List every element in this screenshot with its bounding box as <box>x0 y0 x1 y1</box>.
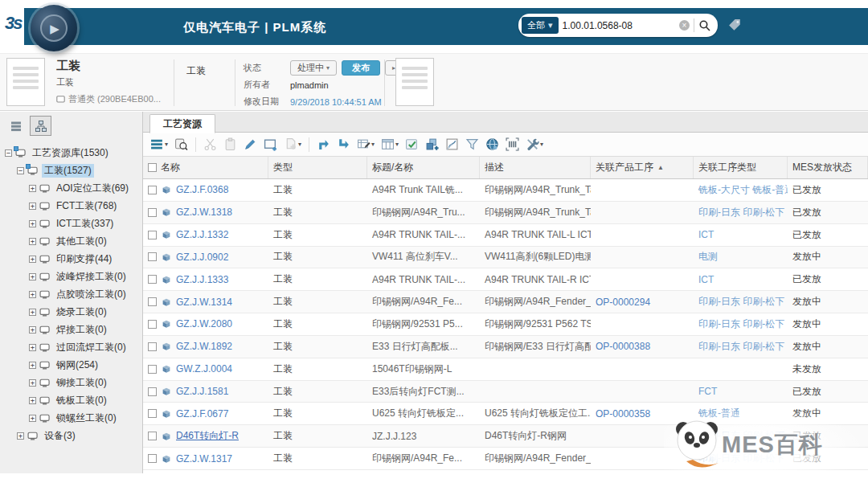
list-view-button[interactable] <box>5 116 27 136</box>
expand-icon[interactable]: + <box>29 256 36 263</box>
tree-item[interactable]: +焊接工装(0) <box>0 321 142 338</box>
column-header[interactable]: 类型 <box>268 157 367 178</box>
expand-icon[interactable]: + <box>29 185 36 192</box>
tree-item[interactable]: +点胶喷涂工装(0) <box>0 285 142 303</box>
table-row[interactable]: GZ.J.J.1332工装A94R TRUNK TAIL-...A94R TRU… <box>143 224 868 247</box>
operation-type-link[interactable]: ICT <box>698 229 714 240</box>
row-checkbox[interactable] <box>148 231 157 239</box>
table-row[interactable]: GZ.J.J.1581工装E33后转向灯FCT测...FCT已发放 <box>143 381 868 403</box>
row-checkbox[interactable] <box>148 252 157 261</box>
row-checkbox[interactable] <box>148 342 157 351</box>
promote-icon[interactable] <box>314 135 333 154</box>
operation-type-link[interactable]: 印刷-日东 印刷-松下 <box>698 207 784 218</box>
name-link[interactable]: GZ.J.J.1581 <box>176 386 228 397</box>
table-row[interactable]: GZ.J.J.1333工装A94R TRUNK TAIL-...A94R TRU… <box>143 268 868 291</box>
table-row[interactable]: GZ.J.F.0677工装U625 转向灯铣板定...U625 转向灯铣板定位工… <box>143 403 868 425</box>
operation-type-link[interactable]: 电测 <box>698 251 718 262</box>
menu-icon[interactable]: ▾ <box>148 135 170 154</box>
table-row[interactable]: GZ.J.J.0902工装VW411 高位刹车V...VW411高刹(6颗LED… <box>143 247 868 269</box>
column-header[interactable]: MES发放状态 <box>788 157 868 178</box>
table-row[interactable]: GZ.J.W.1892工装E33 日行灯高配板...印锡钢网/E33 日行灯高配… <box>143 336 868 358</box>
tree-item-label[interactable]: FCT工装(768) <box>54 199 119 213</box>
tree-item[interactable]: +波峰焊接工装(0) <box>0 268 142 285</box>
operation-type-link[interactable]: 铣板-大尺寸 铣板-普通 <box>698 184 788 195</box>
tree-item-label[interactable]: 锁螺丝工装(0) <box>54 411 119 425</box>
name-link[interactable]: GZ.J.J.1332 <box>176 229 228 240</box>
collapse-icon[interactable]: − <box>17 167 24 174</box>
collapse-icon[interactable]: − <box>5 149 12 157</box>
row-checkbox[interactable] <box>148 365 157 374</box>
object-thumbnail[interactable] <box>6 58 45 106</box>
tree-item-label[interactable]: ICT工装(337) <box>54 217 116 231</box>
operation-link[interactable]: OP-0000358 <box>596 408 650 419</box>
table-row[interactable]: GW.Z.J.0004工装15046T印锡钢网-L未发放 <box>143 358 868 381</box>
name-link[interactable]: GW.Z.J.0004 <box>176 363 232 374</box>
expand-icon[interactable]: + <box>29 344 36 351</box>
row-checkbox[interactable] <box>148 186 157 194</box>
name-link[interactable]: GZ.J.W.1892 <box>176 341 232 352</box>
search-button[interactable] <box>698 19 711 32</box>
expand-icon[interactable]: + <box>29 273 36 280</box>
mass-update-icon[interactable]: ▾ <box>354 135 377 154</box>
table-row[interactable]: GZ.J.W.1318工装印锡钢网/A94R_Tru...印锡钢网/A94R_T… <box>143 202 868 224</box>
name-link[interactable]: GZ.J.J.1333 <box>176 274 228 285</box>
tree-item[interactable]: +其他工装(0) <box>0 232 142 250</box>
name-link[interactable]: GZ.J.F.0677 <box>176 408 228 419</box>
tree-item[interactable]: +AOI定位工装(69) <box>0 179 142 197</box>
compass-menu-button[interactable]: ▶ <box>31 5 77 51</box>
expand-icon[interactable]: + <box>29 291 36 298</box>
operation-type-link[interactable]: ICT <box>698 274 714 285</box>
status-current-button[interactable]: 发布 <box>342 60 380 76</box>
tree-item[interactable]: +铆接工装(0) <box>0 374 142 391</box>
tree-item-label[interactable]: 印刷支撑(44) <box>54 252 114 266</box>
column-header[interactable]: 关联工序类型 <box>694 157 788 178</box>
expand-icon[interactable]: + <box>29 362 36 369</box>
web-icon[interactable] <box>483 135 502 154</box>
tree-view-button[interactable] <box>30 116 51 136</box>
column-header[interactable]: 名称 <box>143 157 268 178</box>
tree-item-label[interactable]: 点胶喷涂工装(0) <box>54 288 129 301</box>
name-link[interactable]: GZ.J.W.1318 <box>176 207 232 218</box>
row-checkbox[interactable] <box>148 320 157 329</box>
operation-type-link[interactable]: 铣板-普通 <box>698 407 740 419</box>
tree-item[interactable]: −工装(1527) <box>0 162 142 179</box>
name-link[interactable]: D46T转向灯-R <box>176 429 239 443</box>
row-checkbox[interactable] <box>148 409 157 418</box>
expand-icon[interactable]: + <box>29 220 36 227</box>
edit-icon[interactable] <box>241 135 260 154</box>
tree-item-label[interactable]: 烧录工装(0) <box>54 305 109 319</box>
demote-icon[interactable] <box>334 135 353 154</box>
row-checkbox[interactable] <box>148 275 157 284</box>
tree-item[interactable]: +印刷支撑(44) <box>0 250 142 268</box>
expand-icon[interactable]: + <box>29 203 36 210</box>
name-link[interactable]: GZ.J.W.2080 <box>176 318 232 329</box>
clear-search-icon[interactable]: × <box>679 20 690 31</box>
name-link[interactable]: GZ.J.W.1314 <box>176 297 232 308</box>
expand-icon[interactable]: + <box>29 379 36 387</box>
tree-item-label[interactable]: AOI定位工装(69) <box>54 182 131 195</box>
related-thumbnail[interactable] <box>395 58 434 106</box>
row-checkbox[interactable] <box>148 208 157 217</box>
tree-item-label[interactable]: 其他工装(0) <box>54 235 109 248</box>
tag-button[interactable] <box>727 18 743 33</box>
column-header[interactable]: 描述 <box>480 157 591 178</box>
tree-item[interactable]: +锁螺丝工装(0) <box>0 409 142 427</box>
tree-item-label[interactable]: 钢网(254) <box>54 358 100 372</box>
table-row[interactable]: GZ.J.W.1314工装印锡钢网/A94R_Fe...印锡钢网/A94R_Fe… <box>143 291 868 313</box>
expand-icon[interactable]: + <box>29 238 36 245</box>
tree-item-label[interactable]: 铣板工装(0) <box>54 394 109 407</box>
status-prev-button[interactable]: 处理中 ▾ <box>290 60 337 76</box>
tab-process-resources[interactable]: 工艺资源 <box>149 114 215 133</box>
new-window-icon[interactable] <box>261 135 280 154</box>
tree-item-label[interactable]: 铆接工装(0) <box>54 376 109 390</box>
tree-item-label[interactable]: 焊接工装(0) <box>54 323 109 337</box>
tree-item[interactable]: −工艺资源库(1530) <box>0 144 142 162</box>
filter-icon[interactable] <box>463 135 481 154</box>
validate-icon[interactable] <box>403 135 421 154</box>
search-input[interactable] <box>563 20 675 31</box>
expand-icon[interactable]: + <box>29 309 36 316</box>
tree-item[interactable]: +铣板工装(0) <box>0 391 142 409</box>
tree-item[interactable]: +烧录工装(0) <box>0 303 142 321</box>
table-row[interactable]: GZ.J.F.0368工装A94R Trunk TAIL铣...印锡钢网/A94… <box>143 179 868 202</box>
tree-item[interactable]: +设备(3) <box>0 427 142 444</box>
